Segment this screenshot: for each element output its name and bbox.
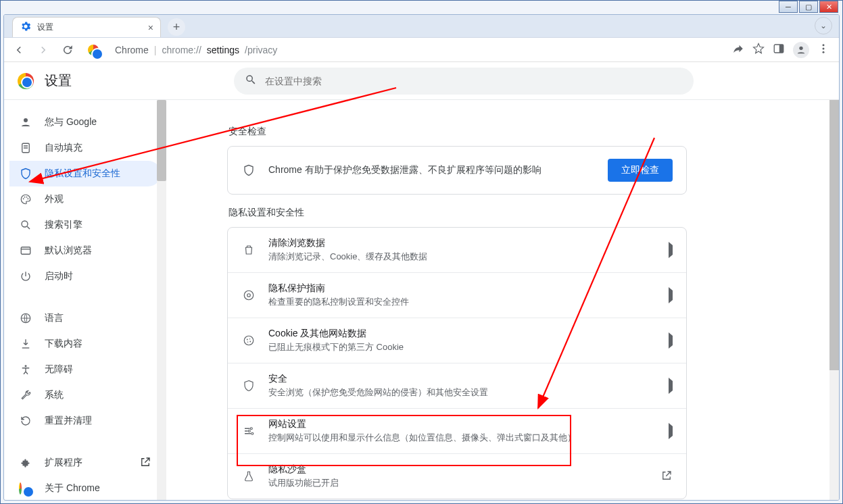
row-subtitle: 安全浏览（保护您免受危险网站的侵害）和其他安全设置	[268, 386, 656, 399]
tab-close-icon[interactable]: ×	[148, 22, 153, 33]
kebab-menu-icon[interactable]	[817, 43, 829, 57]
window-controls: ─ ▢ ✕	[777, 1, 838, 13]
browser-tab-settings[interactable]: 设置 ×	[12, 17, 161, 37]
sidebar-item-label: 外观	[45, 193, 64, 205]
address-separator: |	[154, 45, 157, 55]
share-icon[interactable]	[732, 43, 744, 57]
settings-search-box[interactable]	[234, 68, 694, 95]
sidebar-item-label: 语言	[45, 312, 64, 324]
sidebar-item-label: 无障碍	[45, 363, 73, 376]
sidebar-item-label: 搜索引擎	[45, 219, 82, 231]
chevron-right-icon	[669, 381, 673, 390]
chevron-right-icon	[669, 426, 673, 436]
row-title: 隐私沙盒	[268, 463, 648, 476]
privacy-row-tune[interactable]: 网站设置控制网站可以使用和显示什么信息（如位置信息、摄像头、弹出式窗口及其他）	[228, 408, 686, 453]
palette-icon	[19, 193, 32, 206]
sidebar-item-browser[interactable]: 默认浏览器	[9, 238, 161, 263]
svg-point-29	[248, 430, 250, 432]
sidebar-item-globe[interactable]: 语言	[9, 305, 161, 331]
power-icon	[19, 270, 32, 283]
flask-icon	[241, 470, 256, 482]
sidebar-item-palette[interactable]: 外观	[9, 186, 161, 212]
browser-icon	[19, 244, 32, 257]
window-maximize-button[interactable]: ▢	[799, 1, 818, 13]
svg-rect-16	[21, 247, 30, 255]
settings-sidebar: 您与 Google自动填充隐私设置和安全性外观搜索引擎默认浏览器启动时语言下载内…	[4, 100, 166, 500]
svg-point-30	[251, 432, 254, 434]
chevron-right-icon	[669, 291, 673, 300]
svg-point-14	[22, 221, 28, 227]
bookmark-star-icon[interactable]	[752, 43, 765, 57]
sidebar-item-power[interactable]: 启动时	[9, 263, 161, 289]
sidebar-item-label: 隐私设置和安全性	[45, 168, 120, 180]
safety-check-button[interactable]: 立即检查	[608, 159, 673, 182]
settings-search-input[interactable]	[265, 76, 683, 86]
cookie-icon	[241, 334, 256, 347]
svg-point-23	[244, 336, 254, 345]
wrench-icon	[19, 388, 32, 402]
search-icon	[245, 74, 257, 89]
sidebar-item-label: 启动时	[45, 270, 73, 282]
row-title: 网站设置	[268, 418, 656, 430]
sidebar-scrollbar-thumb[interactable]	[157, 100, 166, 181]
person-icon	[19, 116, 32, 129]
sidebar-item-shield[interactable]: 隐私设置和安全性	[9, 161, 161, 186]
sidebar-item-chrome[interactable]: 关于 Chrome	[9, 476, 161, 500]
svg-point-6	[24, 118, 28, 122]
new-tab-button[interactable]: +	[168, 18, 185, 36]
row-texts: 隐私沙盒试用版功能已开启	[268, 463, 648, 489]
browser-toolbar: Chrome | chrome://settings/privacy	[4, 38, 839, 62]
privacy-row-flask[interactable]: 隐私沙盒试用版功能已开启	[228, 453, 686, 499]
svg-point-27	[249, 341, 251, 343]
row-texts: 安全安全浏览（保护您免受危险网站的侵害）和其他安全设置	[268, 373, 656, 399]
settings-title: 设置	[45, 72, 72, 90]
svg-point-24	[247, 339, 248, 341]
sidebar-item-person[interactable]: 您与 Google	[9, 109, 161, 135]
side-panel-icon[interactable]	[773, 43, 785, 57]
sidebar-item-label: 关于 Chrome	[45, 482, 100, 495]
tab-search-chevron-icon[interactable]: ⌄	[815, 17, 832, 34]
privacy-row-security[interactable]: 安全安全浏览（保护您免受危险网站的侵害）和其他安全设置	[228, 363, 686, 408]
nav-reload-button[interactable]	[58, 41, 77, 59]
main-scrollbar-thumb[interactable]	[829, 100, 839, 370]
sidebar-item-download[interactable]: 下载内容	[9, 331, 161, 357]
sidebar-item-label: 下载内容	[45, 338, 82, 350]
svg-point-13	[27, 198, 28, 199]
row-subtitle: 已阻止无痕模式下的第三方 Cookie	[268, 341, 656, 353]
guide-icon	[241, 289, 256, 301]
reset-icon	[19, 414, 32, 428]
open-external-icon	[660, 470, 673, 484]
shield-icon	[19, 167, 32, 180]
privacy-row-guide[interactable]: 隐私保护指南检查重要的隐私控制设置和安全控件	[228, 272, 686, 318]
sidebar-item-label: 您与 Google	[45, 116, 97, 128]
svg-point-25	[249, 338, 251, 340]
svg-point-5	[823, 51, 825, 53]
sidebar-item-a11y[interactable]: 无障碍	[9, 357, 161, 382]
window-minimize-button[interactable]: ─	[779, 1, 798, 13]
sidebar-item-search[interactable]: 搜索引擎	[9, 212, 161, 238]
browser-frame: 设置 × + ⌄ Chrome | chr	[3, 14, 840, 501]
sidebar-item-reset[interactable]: 重置并清理	[9, 408, 161, 434]
nav-forward-button[interactable]	[34, 41, 53, 59]
window-close-button[interactable]: ✕	[819, 1, 838, 13]
privacy-row-cookie[interactable]: Cookie 及其他网站数据已阻止无痕模式下的第三方 Cookie	[228, 318, 686, 363]
svg-point-12	[26, 197, 28, 198]
svg-point-4	[823, 47, 825, 49]
profile-avatar-icon[interactable]	[793, 42, 809, 58]
tab-strip: 设置 × + ⌄	[4, 15, 839, 38]
address-bar[interactable]: Chrome | chrome://settings/privacy	[82, 45, 727, 55]
search-icon	[19, 218, 32, 232]
sidebar-item-autofill[interactable]: 自动填充	[9, 135, 161, 161]
settings-header: 设置	[4, 62, 839, 100]
svg-point-11	[24, 197, 26, 198]
open-external-icon	[139, 456, 151, 470]
tab-favicon-gear-icon	[20, 20, 32, 34]
sidebar-item-wrench[interactable]: 系统	[9, 382, 161, 408]
sidebar-item-ext[interactable]: 扩展程序	[9, 450, 161, 476]
settings-columns: 您与 Google自动填充隐私设置和安全性外观搜索引擎默认浏览器启动时语言下载内…	[4, 100, 839, 500]
svg-point-10	[23, 198, 24, 199]
privacy-row-trash[interactable]: 清除浏览数据清除浏览记录、Cookie、缓存及其他数据	[228, 228, 686, 272]
section-title-privacy: 隐私设置和安全性	[228, 207, 687, 219]
nav-back-button[interactable]	[9, 41, 28, 59]
download-icon	[19, 337, 32, 351]
